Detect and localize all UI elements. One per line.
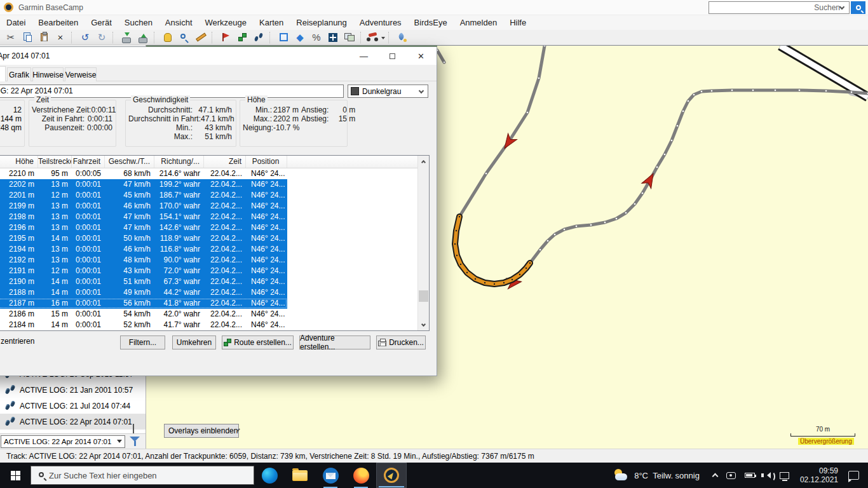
table-row[interactable]: 2187 m16 m0:00:0156 km/h41.8° wahr22.04.… <box>0 298 287 309</box>
dialog-titlebar[interactable]: OG: 22 Apr 2014 07:01 — ✕ <box>0 47 437 65</box>
table-row[interactable]: 2192 m13 m0:00:0148 km/h90.0° wahr22.04.… <box>0 255 287 266</box>
menu-item-hilfe[interactable]: Hilfe <box>503 18 532 27</box>
table-row[interactable]: 2184 m14 m0:00:0152 km/h41.7° wahr22.04.… <box>0 320 287 330</box>
weather-icon[interactable] <box>613 469 629 482</box>
table-row[interactable]: 2188 m14 m0:00:0149 km/h44.2° wahr22.04.… <box>0 287 287 298</box>
taskbar-app-edge[interactable] <box>254 463 285 488</box>
filter-funnel-icon[interactable] <box>127 435 144 449</box>
measure-tool-icon[interactable] <box>193 30 208 44</box>
table-row[interactable]: 2190 m14 m0:00:0151 km/h67.3° wahr22.04.… <box>0 276 287 287</box>
menu-item-bearbeiten[interactable]: Bearbeiten <box>32 18 85 27</box>
new-track-tool-icon[interactable] <box>251 30 266 44</box>
tab-track-active[interactable] <box>0 66 6 81</box>
zeit-groupbox: Zeit Verstrichene Zeit:0:00:11Zeit in Fa… <box>29 100 116 147</box>
table-row[interactable]: 2198 m13 m0:00:0147 km/h154.1° wahr22.04… <box>0 212 287 222</box>
tab-verweise[interactable]: Verweise <box>65 67 97 81</box>
column-header-1[interactable]: Höhe <box>0 156 38 168</box>
column-header-3[interactable]: Fahrzeit <box>72 156 105 168</box>
table-row[interactable]: 2186 m15 m0:00:0154 km/h42.0° wahr22.04.… <box>0 309 287 320</box>
send-to-device-icon[interactable] <box>135 30 151 44</box>
tab-grafik[interactable]: Grafik <box>7 67 31 81</box>
taskbar-clock[interactable]: 09:59 02.12.2021 <box>800 466 838 484</box>
meet-now-icon[interactable] <box>726 472 736 479</box>
scroll-down-icon[interactable] <box>418 320 429 330</box>
print-button[interactable]: Drucken... <box>376 336 426 349</box>
globe-3d-view-icon[interactable]: ◆ <box>292 30 308 44</box>
new-route-tool-icon[interactable] <box>234 30 250 44</box>
column-header-7[interactable]: Position <box>246 156 287 168</box>
table-row[interactable]: 2194 m13 m0:00:0146 km/h116.8° wahr22.04… <box>0 244 287 255</box>
scrollbar-thumb[interactable] <box>419 290 428 302</box>
invert-button[interactable]: Umkehren <box>172 336 216 349</box>
sidebar-item[interactable]: ACTIVE LOG: 21 Jul 2014 07:44 <box>0 398 146 414</box>
track-color-dropdown[interactable]: Dunkelgrau <box>348 85 428 98</box>
new-waypoint-tool-icon[interactable] <box>218 30 233 44</box>
menu-item-anmelden[interactable]: Anmelden <box>454 18 504 27</box>
overlays-toggle-dropdown[interactable]: Overlays einblenden <box>164 424 239 438</box>
menu-item-datei[interactable]: Datei <box>0 18 32 27</box>
selection-frame-tool-icon[interactable] <box>276 30 291 44</box>
taskbar-search-input[interactable]: Zur Suche Text hier eingeben <box>31 466 254 485</box>
activity-profile-motorcycle-icon[interactable] <box>367 30 385 44</box>
cut-icon[interactable]: ✂ <box>3 30 18 44</box>
dialog-close-button[interactable]: ✕ <box>407 47 435 65</box>
taskbar-app-explorer[interactable] <box>285 463 315 488</box>
menu-item-karten[interactable]: Karten <box>253 18 290 27</box>
taskbar-app-firefox[interactable] <box>346 463 376 488</box>
table-row[interactable]: 2196 m13 m0:00:0147 km/h142.6° wahr22.04… <box>0 222 287 233</box>
copy-icon[interactable] <box>20 30 35 44</box>
menu-item-birdseye[interactable]: BirdsEye <box>408 18 454 27</box>
notification-center-icon[interactable] <box>848 471 859 480</box>
column-header-5[interactable]: Richtung/... <box>154 156 204 168</box>
table-row[interactable]: 2202 m13 m0:00:0147 km/h199.2° wahr22.04… <box>0 179 287 190</box>
menu-item-gerät[interactable]: Gerät <box>85 18 118 27</box>
dialog-minimize-button[interactable]: — <box>349 47 378 65</box>
column-header-4[interactable]: Geschw./T... <box>105 156 154 168</box>
sidebar-item[interactable]: ACTIVE LOG: 21 Jan 2001 10:57 <box>0 382 146 398</box>
column-header-6[interactable]: Zeit <box>204 156 246 168</box>
taskbar-app-basecamp[interactable] <box>376 463 407 488</box>
pan-hand-tool-icon[interactable] <box>160 30 175 44</box>
menu-item-adventures[interactable]: Adventures <box>353 18 408 27</box>
birdseye-imagery-icon[interactable] <box>395 30 410 44</box>
tab-hinweise[interactable]: Hinweise <box>32 67 64 81</box>
search-dropdown-icon[interactable] <box>839 4 844 10</box>
table-row[interactable]: 2201 m12 m0:00:0145 km/h186.7° wahr22.04… <box>0 190 287 201</box>
start-button[interactable] <box>0 463 31 488</box>
dialog-maximize-button[interactable] <box>378 47 407 65</box>
table-row[interactable]: 2199 m13 m0:00:0146 km/h170.0° wahr22.04… <box>0 201 287 212</box>
table-row[interactable]: 2191 m12 m0:00:0143 km/h72.0° wahr22.04.… <box>0 266 287 276</box>
table-scrollbar[interactable] <box>417 156 429 330</box>
delete-icon[interactable]: × <box>53 30 68 44</box>
menu-item-ansicht[interactable]: Ansicht <box>159 18 199 27</box>
dual-screen-tool-icon[interactable] <box>342 30 357 44</box>
table-row[interactable]: 2210 m95 m0:00:0568 km/h214.6° wahr22.04… <box>0 168 287 179</box>
map-detail-percent-icon[interactable]: % <box>309 30 324 44</box>
firefox-icon <box>353 468 369 484</box>
menu-item-werkzeuge[interactable]: Werkzeuge <box>199 18 254 27</box>
sidebar-item[interactable]: ACTIVE LOG: 22 Apr 2014 07:01 <box>0 414 146 430</box>
tray-chevron-up-icon[interactable] <box>713 472 717 478</box>
redo-icon[interactable]: ↻ <box>94 30 109 44</box>
battery-icon[interactable] <box>745 473 755 478</box>
table-row[interactable]: 2195 m14 m0:00:0150 km/h118.9° wahr22.04… <box>0 233 287 244</box>
pan-screen-tool-icon[interactable] <box>325 30 341 44</box>
receive-from-device-icon[interactable] <box>119 30 134 44</box>
paste-icon[interactable] <box>36 30 51 44</box>
filter-button[interactable]: Filtern... <box>120 336 165 349</box>
menu-item-suchen[interactable]: Suchen <box>118 18 159 27</box>
app-search-button[interactable] <box>851 1 865 14</box>
weather-text[interactable]: 8°C Teilw. sonnig <box>634 471 700 480</box>
undo-icon[interactable]: ↺ <box>78 30 93 44</box>
column-header-2[interactable]: Teilstrecke <box>38 156 72 168</box>
taskbar-app-thunderbird[interactable] <box>315 463 346 488</box>
app-search-input[interactable]: Suchen <box>709 1 850 14</box>
zoom-tool-icon[interactable] <box>177 30 192 44</box>
scroll-up-icon[interactable] <box>418 156 429 166</box>
track-selector-dropdown[interactable]: ACTIVE LOG: 22 Apr 2014 07:01 <box>1 435 125 448</box>
create-route-button[interactable]: Route erstellen... <box>222 336 294 349</box>
create-adventure-button[interactable]: Adventure erstellen... <box>299 336 370 349</box>
menu-item-reiseplanung[interactable]: Reiseplanung <box>290 18 353 27</box>
network-icon[interactable] <box>780 472 789 479</box>
volume-icon[interactable] <box>764 472 771 478</box>
